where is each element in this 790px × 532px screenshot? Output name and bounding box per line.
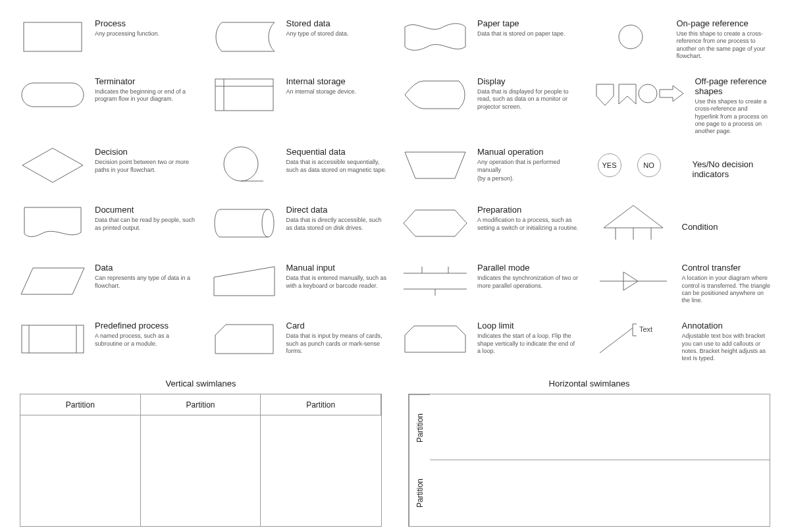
loop-limit-title: Loop limit (477, 321, 579, 331)
manual-operation-desc2: (by a person). (477, 175, 579, 182)
document-title: Document (95, 205, 197, 215)
paper-tape-icon (402, 18, 468, 55)
control-transfer-title: Control transfer (682, 263, 771, 273)
condition-icon (594, 205, 673, 242)
svg-point-6 (639, 84, 657, 103)
cell-internal-storage: Internal storage An internal storage dev… (211, 76, 388, 135)
card-desc: Data that is input by means of cards, su… (286, 332, 388, 355)
manual-input-title: Manual input (286, 263, 388, 273)
no-indicator: NO (637, 153, 661, 177)
cell-on-page-reference: On-page reference Use this shape to crea… (594, 18, 771, 65)
direct-data-desc: Data that is directly accessible, such a… (286, 217, 388, 232)
manual-operation-icon (402, 147, 468, 184)
annotation-desc: Adjustable text box with bracket you can… (682, 332, 771, 362)
terminator-title: Terminator (95, 76, 197, 86)
predefined-process-desc: A named process, such as a subroutine or… (95, 332, 197, 348)
decision-title: Decision (95, 147, 197, 157)
stored-data-desc: Any type of stored data. (286, 30, 388, 38)
on-page-reference-desc: Use this shape to create a cross-referen… (677, 30, 771, 60)
v-partition-3-body (261, 415, 381, 526)
document-icon (20, 205, 86, 242)
sequential-data-title: Sequential data (286, 147, 388, 157)
v-partition-3-head: Partition (261, 394, 381, 415)
cell-predefined-process: Predefined process A named process, such… (20, 321, 197, 367)
display-icon (402, 76, 468, 113)
cell-direct-data: Direct data Data that is directly access… (211, 205, 388, 251)
cell-process: Process Any processing function. (20, 18, 197, 65)
loop-limit-icon (402, 321, 468, 358)
card-icon (211, 321, 277, 358)
sequential-data-desc: Data that is accessible sequentially, su… (286, 159, 388, 174)
loop-limit-desc: Indicates the start of a loop. Flip the … (477, 332, 579, 355)
on-page-reference-title: On-page reference (677, 18, 771, 28)
cell-preparation: Preparation A modification to a process,… (402, 205, 579, 251)
direct-data-icon (211, 205, 277, 242)
data-title: Data (95, 263, 197, 273)
stored-data-title: Stored data (286, 18, 388, 28)
manual-operation-desc: Any operation that is performed manually (477, 159, 579, 174)
preparation-icon (402, 205, 468, 242)
swimlanes-section: Vertical swimlanes Partition Partition P… (0, 373, 790, 532)
preparation-title: Preparation (477, 205, 579, 215)
cell-display: Display Data that is displayed for peopl… (402, 76, 579, 135)
process-icon (20, 18, 86, 55)
internal-storage-title: Internal storage (286, 76, 388, 86)
horizontal-swimlanes-diagram: Partition Partition (408, 394, 770, 527)
internal-storage-desc: An internal storage device. (286, 88, 388, 95)
vertical-swimlanes-title: Vertical swimlanes (20, 379, 382, 388)
off-page-reference-desc: Use this shapes to create a cross-refere… (695, 98, 771, 135)
horizontal-swimlanes-title: Horizontal swimlanes (408, 379, 770, 388)
cell-off-page-reference: Off-page reference shapes Use this shape… (594, 76, 771, 135)
process-desc: Any processing function. (95, 30, 197, 38)
vertical-swimlanes-diagram: Partition Partition Partition (20, 394, 382, 527)
annotation-icon: Text (594, 321, 673, 358)
cell-terminator: Terminator Indicates the beginning or en… (20, 76, 197, 135)
display-desc: Data that is displayed for people to rea… (477, 88, 579, 111)
cell-paper-tape: Paper tape Data that is stored on paper … (402, 18, 579, 65)
stored-data-icon (211, 18, 277, 55)
svg-rect-18 (22, 325, 84, 353)
decision-desc: Decision point between two or more paths… (95, 159, 197, 174)
horizontal-swimlanes: Horizontal swimlanes Partition Partition (408, 379, 770, 527)
data-icon (20, 263, 86, 300)
cell-sequential-data: Sequential data Data that is accessible … (211, 147, 388, 193)
svg-rect-2 (22, 83, 84, 107)
cell-loop-limit: Loop limit Indicates the start of a loop… (402, 321, 579, 367)
paper-tape-title: Paper tape (477, 18, 579, 28)
direct-data-title: Direct data (286, 205, 388, 215)
off-page-reference-title: Off-page reference shapes (695, 76, 771, 96)
svg-point-7 (224, 147, 258, 181)
cell-annotation: Text Annotation Adjustable text box with… (594, 321, 771, 367)
decision-icon (20, 147, 86, 184)
cell-manual-input: Manual input Data that is entered manual… (211, 263, 388, 309)
h-partition-2-body (430, 460, 770, 526)
parallel-mode-icon (402, 263, 468, 300)
svg-point-1 (619, 25, 643, 49)
sequential-data-icon (211, 147, 277, 184)
manual-input-desc: Data that is entered manually, such as w… (286, 275, 388, 290)
card-title: Card (286, 321, 388, 331)
cell-card: Card Data that is input by means of card… (211, 321, 388, 367)
preparation-desc: A modification to a process, such as set… (477, 217, 579, 232)
on-page-reference-icon (594, 18, 668, 55)
internal-storage-icon (211, 76, 277, 113)
terminator-icon (20, 76, 86, 113)
cell-condition: Condition (594, 205, 771, 251)
h-partition-1-head: Partition (409, 394, 430, 460)
yes-no-title: Yes/No decision indicators (693, 159, 771, 179)
cell-parallel-mode: Parallel mode Indicates the synchronizat… (402, 263, 579, 309)
parallel-mode-title: Parallel mode (477, 263, 579, 273)
manual-input-icon (211, 263, 277, 300)
cell-document: Document Data that can be read by people… (20, 205, 197, 251)
v-partition-2-body (141, 415, 261, 526)
paper-tape-desc: Data that is stored on paper tape. (477, 30, 579, 38)
predefined-process-icon (20, 321, 86, 358)
v-partition-1-body (20, 415, 141, 526)
control-transfer-desc: A location in your diagram where control… (682, 275, 771, 304)
document-desc: Data that can be read by people, such as… (95, 217, 197, 232)
annotation-title: Annotation (682, 321, 771, 331)
control-transfer-icon (594, 263, 673, 300)
yes-no-icon: YES NO (594, 147, 683, 184)
condition-title: Condition (682, 222, 771, 232)
h-partition-2-head: Partition (409, 460, 430, 526)
